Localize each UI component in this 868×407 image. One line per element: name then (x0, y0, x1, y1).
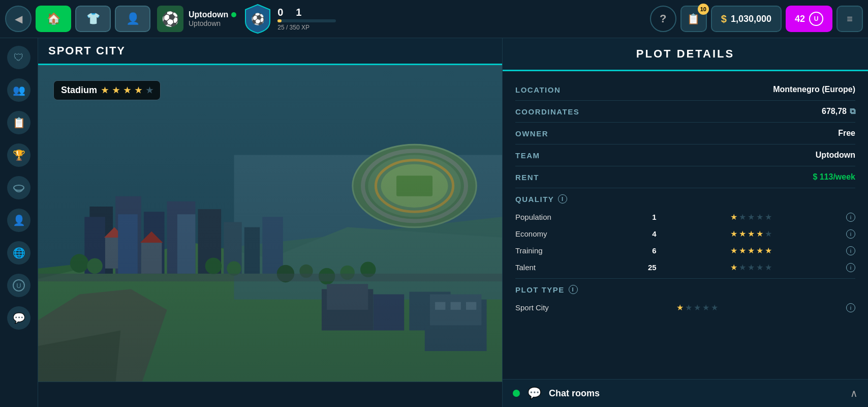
online-indicator (231, 12, 236, 17)
sidebar-item-shield[interactable]: 🛡 (7, 46, 30, 69)
points-button[interactable]: 42 U (786, 6, 832, 32)
quality-stars-training: ★ ★ ★ ★ ★ (730, 246, 772, 255)
location-row: LOCATION Montenegro (Europe) (515, 79, 855, 101)
xp-text: 25 / 350 XP (277, 24, 309, 31)
plot-type-info-sportcity[interactable]: i (846, 303, 855, 312)
club-badge: ⚽ (244, 4, 271, 34)
money-button[interactable]: $ 1,030,000 (711, 6, 782, 32)
person-nav-button[interactable]: 👤 (115, 6, 150, 32)
stadium-star-3: ★ (123, 85, 131, 95)
quality-name-economy: Economy (515, 229, 566, 238)
plot-type-name: Sport City (515, 303, 549, 312)
svg-text:⚽: ⚽ (251, 12, 265, 26)
plot-type-stars: ★ ★ ★ ★ ★ (676, 303, 718, 312)
chat-online-dot (513, 390, 520, 397)
coordinates-value: 678,78 ⧉ (822, 107, 855, 116)
home-icon: 🏠 (47, 12, 60, 25)
location-label: LOCATION (515, 85, 561, 94)
team-label: TEAM (515, 151, 540, 160)
svg-text:U: U (16, 282, 21, 289)
dollar-icon: $ (721, 13, 727, 25)
owner-row: OWNER Free (515, 123, 855, 144)
plot-type-item-sportcity: Sport City ★ ★ ★ ★ ★ i (515, 299, 855, 316)
team-name-top: Uptodown (189, 10, 236, 19)
notifications-icon: 📋 (687, 13, 700, 25)
quality-section: QUALITY i Population 1 ★ ★ ★ ★ ★ i (515, 188, 855, 279)
left-sidebar: 🛡 👥 📋 🏆 👤 🌐 U 💬 (0, 38, 38, 407)
sidebar-item-chat[interactable]: 💬 (7, 306, 30, 330)
city-map[interactable]: Stadium ★ ★ ★ ★ ★ (38, 65, 502, 382)
stadium-star-1: ★ (101, 85, 108, 95)
menu-icon: ≡ (847, 13, 853, 25)
sidebar-item-circle-u[interactable]: U (7, 274, 30, 297)
help-button[interactable]: ? (650, 6, 676, 32)
menu-button[interactable]: ≡ (836, 6, 863, 32)
center-content: SPORT CITY (38, 38, 502, 407)
top-bar: ◀ 🏠 👕 👤 ⚽ Uptodown Uptodown ⚽ 0 1 (0, 0, 868, 38)
plot-details-header: PLOT DETAILS (503, 38, 868, 71)
quality-info-training[interactable]: i (846, 246, 855, 255)
city-illustration (38, 65, 502, 382)
copy-icon[interactable]: ⧉ (850, 107, 855, 116)
points-value: 42 (795, 14, 805, 24)
chat-rooms-label: Chat rooms (549, 388, 843, 399)
rent-value: $ 113/week (813, 172, 855, 182)
team-name-bottom: Uptodown (189, 19, 236, 27)
chat-footer[interactable]: 💬 Chat rooms ∧ (503, 379, 868, 407)
plot-details-body: LOCATION Montenegro (Europe) COORDINATES… (503, 71, 868, 379)
notifications-button[interactable]: 📋 10 (680, 6, 707, 32)
city-title: SPORT CITY (48, 44, 492, 57)
team-jersey-icon: ⚽ (157, 6, 183, 32)
jersey-nav-button[interactable]: 👕 (75, 6, 111, 32)
help-icon: ? (660, 12, 666, 25)
quality-item-population: Population 1 ★ ★ ★ ★ ★ i (515, 209, 855, 225)
team-value: Uptodown (816, 151, 855, 160)
score-numbers: 0 1 (277, 7, 301, 18)
person-icon: 👤 (126, 12, 140, 25)
quality-info-talent[interactable]: i (846, 263, 855, 272)
sidebar-item-team[interactable]: 👤 (7, 209, 30, 232)
quality-number-talent: 25 (636, 263, 657, 272)
score-block: 0 1 25 / 350 XP (277, 7, 338, 31)
svg-rect-51 (38, 65, 502, 382)
team-info: ⚽ Uptodown Uptodown (157, 6, 236, 32)
quality-header: QUALITY i (515, 194, 855, 209)
plot-type-section: PLOT TYPE i Sport City ★ ★ ★ ★ ★ i (515, 279, 855, 318)
rent-label: RENT (515, 173, 539, 182)
quality-stars-talent: ★ ★ ★ ★ ★ (730, 263, 772, 272)
quality-number-training: 6 (636, 246, 657, 255)
points-icon: U (809, 12, 823, 26)
sidebar-item-list[interactable]: 📋 (7, 111, 30, 134)
chat-chevron-icon: ∧ (850, 387, 858, 399)
center-bottom-bar (38, 382, 502, 407)
city-header: SPORT CITY (38, 38, 502, 65)
coordinates-label: COORDINATES (515, 107, 579, 116)
stadium-star-2: ★ (112, 85, 119, 95)
sidebar-item-trophy[interactable]: 🏆 (7, 143, 30, 167)
quality-stars-economy: ★ ★ ★ ★ ★ (730, 229, 772, 239)
back-button[interactable]: ◀ (5, 6, 32, 32)
location-value: Montenegro (Europe) (773, 85, 855, 94)
chat-bubble-icon: 💬 (528, 387, 541, 400)
plot-type-info-button[interactable]: i (569, 285, 578, 294)
owner-label: OWNER (515, 129, 548, 138)
team-row: TEAM Uptodown (515, 144, 855, 166)
main-layout: 🛡 👥 📋 🏆 👤 🌐 U 💬 SPORT CITY (0, 38, 868, 407)
quality-number-population: 1 (636, 213, 657, 221)
jersey-icon: 👕 (86, 12, 100, 25)
quality-info-button[interactable]: i (558, 194, 567, 204)
quality-info-economy[interactable]: i (846, 229, 855, 239)
stadium-label: Stadium ★ ★ ★ ★ ★ (53, 80, 161, 100)
sidebar-item-globe[interactable]: 🌐 (7, 241, 30, 265)
quality-item-training: Training 6 ★ ★ ★ ★ ★ i (515, 242, 855, 259)
coordinates-row: COORDINATES 678,78 ⧉ (515, 101, 855, 123)
plot-type-header: PLOT TYPE i (515, 285, 855, 299)
quality-info-population[interactable]: i (846, 213, 855, 222)
sidebar-item-players[interactable]: 👥 (7, 78, 30, 102)
quality-item-talent: Talent 25 ★ ★ ★ ★ ★ i (515, 259, 855, 276)
home-nav-button[interactable]: 🏠 (36, 6, 71, 32)
quality-name-training: Training (515, 246, 566, 255)
xp-bar-container (277, 19, 336, 22)
sidebar-item-stadium[interactable] (7, 176, 30, 199)
stadium-star-4: ★ (135, 85, 142, 95)
